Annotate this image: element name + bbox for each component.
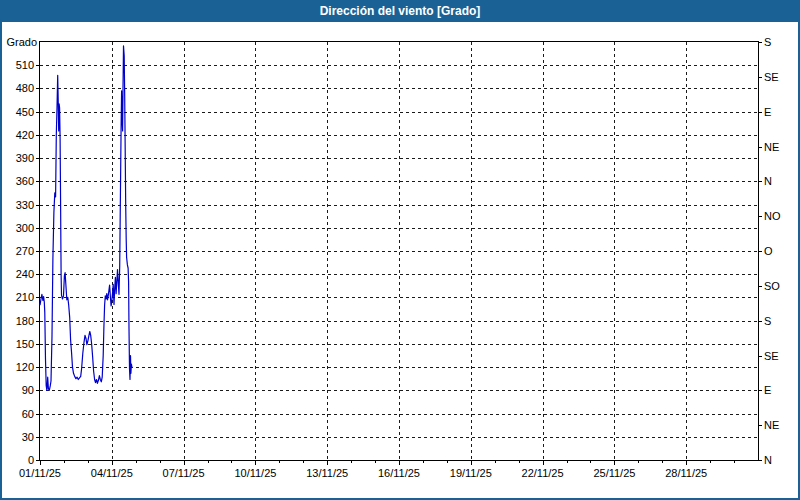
y-right-axis-tick-label: S — [764, 315, 771, 327]
x-axis-tick-label: 04/11/25 — [91, 467, 133, 479]
y-axis-tick-label: 60 — [22, 408, 34, 420]
y-right-axis-tick-label: SO — [764, 280, 780, 292]
x-axis-tick-label: 22/11/25 — [522, 467, 564, 479]
y-right-axis-tick-label: N — [764, 454, 772, 466]
y-right-axis-tick-label: S — [764, 36, 771, 48]
y-axis-tick-label: 150 — [16, 338, 34, 350]
y-axis-tick-label: 390 — [16, 152, 34, 164]
y-axis-tick-label: 480 — [16, 82, 34, 94]
y-axis-tick-label: 0 — [28, 454, 34, 466]
x-axis-tick-label: 13/11/25 — [306, 467, 348, 479]
chart-title: Dirección del viento [Grado] — [320, 4, 481, 18]
x-axis-tick-label: 25/11/25 — [593, 467, 635, 479]
y-axis-tick-label: 300 — [16, 222, 34, 234]
wind-direction-series-line — [40, 46, 132, 390]
y-axis-tick-label: 120 — [16, 361, 34, 373]
y-axis-tick-label: 90 — [22, 384, 34, 396]
y-right-axis-tick-label: O — [764, 245, 773, 257]
y-axis-tick-label: 240 — [16, 268, 34, 280]
y-axis-tick-label: 510 — [16, 59, 34, 71]
y-axis-tick-label: 360 — [16, 175, 34, 187]
y-axis-tick-label: 420 — [16, 129, 34, 141]
y-axis-tick-label: 270 — [16, 245, 34, 257]
chart-plot-area: 0306090120150180210240270300330360390420… — [0, 0, 800, 500]
y-right-axis-tick-label: NE — [764, 141, 779, 153]
x-axis-tick-label: 28/11/25 — [665, 467, 707, 479]
x-axis-tick-label: 01/11/25 — [19, 467, 61, 479]
y-right-axis-tick-label: NO — [764, 210, 781, 222]
y-axis-tick-label: 180 — [16, 315, 34, 327]
y-axis-tick-label: 450 — [16, 106, 34, 118]
y-axis-title: Grado — [6, 36, 37, 48]
x-axis-tick-label: 19/11/25 — [450, 467, 492, 479]
y-axis-tick-label: 330 — [16, 199, 34, 211]
y-axis-tick-label: 210 — [16, 291, 34, 303]
chart-title-bar: Dirección del viento [Grado] — [0, 0, 800, 22]
y-axis-tick-label: 30 — [22, 431, 34, 443]
y-right-axis-tick-label: E — [764, 384, 771, 396]
x-axis-tick-label: 10/11/25 — [234, 467, 276, 479]
y-right-axis-tick-label: N — [764, 175, 772, 187]
x-axis-tick-label: 16/11/25 — [378, 467, 420, 479]
y-right-axis-tick-label: SE — [764, 350, 779, 362]
y-right-axis-tick-label: E — [764, 106, 771, 118]
y-right-axis-tick-label: SE — [764, 71, 779, 83]
x-axis-tick-label: 07/11/25 — [163, 467, 205, 479]
y-right-axis-tick-label: NE — [764, 419, 779, 431]
wind-direction-chart-window: Dirección del viento [Grado] 03060901201… — [0, 0, 800, 500]
